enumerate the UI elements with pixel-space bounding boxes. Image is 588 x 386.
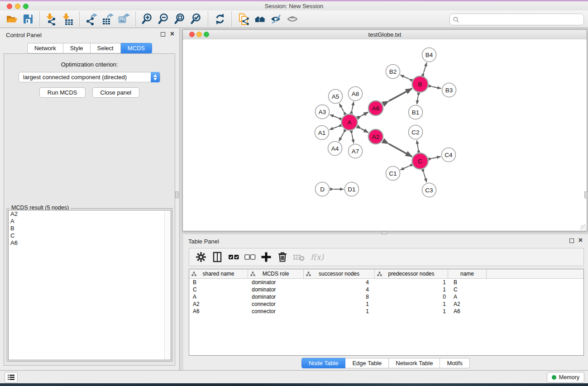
- node-C3[interactable]: C3: [422, 183, 436, 197]
- close-panel-icon[interactable]: ×: [170, 29, 174, 38]
- add-button[interactable]: [259, 250, 273, 264]
- search-field[interactable]: [449, 14, 584, 25]
- edge-A-A2[interactable]: [361, 129, 368, 133]
- network-window-titlebar[interactable]: testGlobe.txt: [183, 30, 587, 40]
- cell[interactable]: 1: [304, 300, 375, 308]
- memory-button[interactable]: Memory: [547, 372, 584, 383]
- node-B[interactable]: B: [412, 76, 428, 92]
- import-table-button[interactable]: [60, 11, 76, 27]
- tab-mcds[interactable]: MCDS: [121, 43, 152, 53]
- table-float-icon[interactable]: [569, 238, 574, 243]
- table-row[interactable]: Adominator80A: [189, 293, 583, 300]
- node-layer[interactable]: B4B2BB3A8A5A6A3B1AA1C2A2A4A7C4CC1C3DD1: [315, 48, 456, 197]
- home-button[interactable]: [252, 11, 268, 27]
- cell[interactable]: 8: [304, 293, 375, 300]
- save-button[interactable]: [20, 11, 36, 27]
- vertical-splitter-handle[interactable]: [175, 191, 179, 198]
- cell[interactable]: A: [189, 293, 248, 300]
- result-item[interactable]: C: [9, 232, 171, 239]
- cell[interactable]: B: [448, 279, 487, 286]
- edge-A-A6[interactable]: [361, 112, 368, 116]
- right-splitter-handle[interactable]: [584, 191, 588, 198]
- tab-network-table[interactable]: Network Table: [389, 358, 440, 368]
- network-canvas[interactable]: B4B2BB3A8A5A6A3B1AA1C2A2A4A7C4CC1C3DD1: [183, 39, 586, 230]
- cell[interactable]: 4: [304, 286, 375, 293]
- node-D[interactable]: D: [316, 182, 330, 196]
- cell[interactable]: A2: [189, 300, 248, 308]
- edge-A-A4[interactable]: [339, 133, 344, 141]
- cell[interactable]: C: [189, 286, 248, 293]
- node-A3[interactable]: A3: [316, 105, 330, 119]
- cell[interactable]: 4: [304, 279, 375, 286]
- cell[interactable]: 1: [375, 286, 448, 293]
- task-history-button[interactable]: [5, 372, 18, 383]
- zoom-in-button[interactable]: [139, 11, 156, 27]
- trash-button[interactable]: [275, 250, 290, 264]
- export-image-button[interactable]: [116, 11, 132, 27]
- tab-motifs[interactable]: Motifs: [440, 358, 470, 368]
- cell[interactable]: dominator: [248, 279, 304, 286]
- zoom-out-button[interactable]: [156, 11, 172, 27]
- edge-A-A3[interactable]: [330, 114, 338, 118]
- cell[interactable]: A: [448, 293, 487, 300]
- column-header-MCDS-role[interactable]: MCDS role: [248, 269, 304, 278]
- tab-node-table[interactable]: Node Table: [301, 358, 346, 368]
- node-A[interactable]: A: [342, 114, 358, 130]
- edge-B-B4[interactable]: [424, 62, 427, 72]
- clone-network-button[interactable]: [235, 11, 252, 27]
- node-A2[interactable]: A2: [368, 129, 383, 144]
- edge-A6-B[interactable]: [389, 89, 412, 101]
- edge-C-C4[interactable]: [432, 157, 441, 158]
- run-mcds-button[interactable]: Run MCDS: [39, 87, 86, 98]
- column-header-shared-name[interactable]: shared name: [189, 269, 248, 278]
- window-resize-grip[interactable]: [580, 224, 586, 230]
- horizontal-splitter-handle[interactable]: [382, 231, 387, 234]
- edge-B-B1[interactable]: [417, 96, 418, 104]
- export-table-button[interactable]: [100, 11, 116, 27]
- node-A7[interactable]: A7: [349, 144, 363, 158]
- edge-B-B2[interactable]: [400, 75, 409, 79]
- edge-C-C1[interactable]: [400, 166, 409, 170]
- tab-style[interactable]: Style: [63, 43, 91, 53]
- cell[interactable]: 0: [375, 293, 448, 300]
- node-A4[interactable]: A4: [328, 142, 342, 156]
- cell[interactable]: 1: [304, 308, 375, 315]
- cell[interactable]: A6: [448, 308, 487, 315]
- node-B4[interactable]: B4: [422, 48, 436, 62]
- table-row[interactable]: A2connector11A2: [189, 300, 583, 308]
- node-C4[interactable]: C4: [442, 148, 456, 162]
- cell[interactable]: 1: [375, 300, 448, 308]
- node-B2[interactable]: B2: [386, 65, 400, 79]
- select-all-button[interactable]: [226, 250, 241, 264]
- column-header-name[interactable]: name: [448, 269, 487, 278]
- result-item[interactable]: A6: [9, 239, 171, 247]
- open-folder-button[interactable]: [4, 11, 20, 27]
- result-item[interactable]: A2: [9, 210, 171, 218]
- node-D1[interactable]: D1: [345, 182, 359, 196]
- cell[interactable]: connector: [248, 300, 304, 308]
- cell[interactable]: dominator: [248, 293, 304, 300]
- cell[interactable]: 1: [375, 308, 448, 315]
- node-A1[interactable]: A1: [315, 126, 329, 140]
- export-network-button[interactable]: [83, 11, 100, 27]
- column-header-successor-nodes[interactable]: successor nodes: [304, 269, 375, 278]
- criterion-select[interactable]: largest connected component (directed): [19, 72, 160, 82]
- node-C[interactable]: C: [412, 153, 428, 169]
- table-row[interactable]: A6connector11A6: [189, 308, 583, 315]
- edge-A-A5[interactable]: [339, 104, 344, 111]
- eye-hide-button[interactable]: [268, 11, 284, 27]
- cell[interactable]: 1: [375, 279, 448, 286]
- tab-edge-table[interactable]: Edge Table: [345, 358, 389, 368]
- search-input[interactable]: [461, 14, 583, 24]
- table-close-icon[interactable]: ×: [578, 236, 583, 245]
- mcds-result-list[interactable]: A2ABCA6: [8, 210, 171, 360]
- cell[interactable]: A2: [448, 300, 487, 308]
- cell[interactable]: B: [189, 279, 248, 286]
- zoom-selected-button[interactable]: [188, 11, 205, 27]
- edge-A-A1[interactable]: [330, 127, 338, 130]
- result-item[interactable]: B: [9, 225, 171, 232]
- eye-show-button[interactable]: [284, 11, 301, 27]
- cell[interactable]: C: [448, 286, 487, 293]
- edge-A-A7[interactable]: [352, 134, 354, 143]
- cell[interactable]: dominator: [248, 286, 304, 293]
